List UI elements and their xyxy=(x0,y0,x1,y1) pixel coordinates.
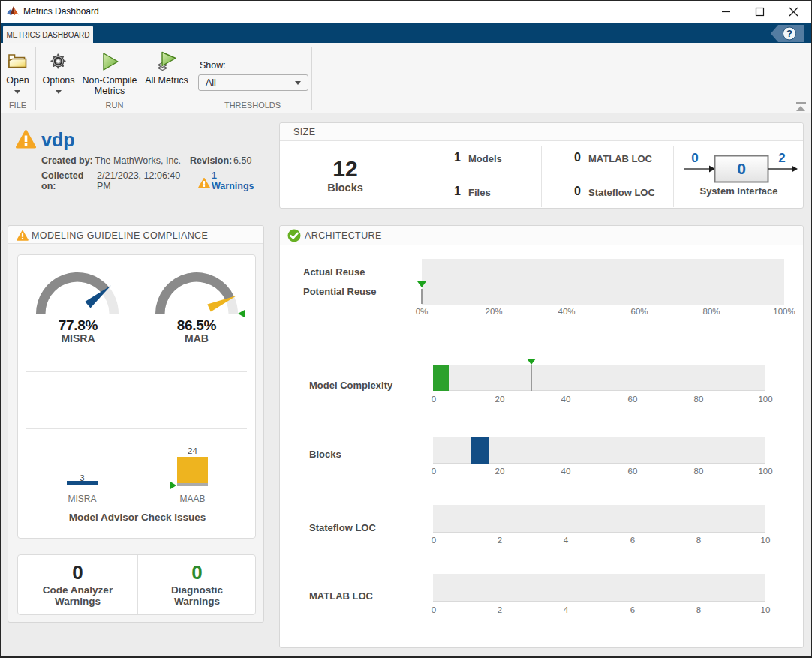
svg-text:0: 0 xyxy=(737,160,746,177)
svg-text:?: ? xyxy=(786,28,792,39)
svg-text:2: 2 xyxy=(778,151,785,165)
svg-text:0: 0 xyxy=(691,151,698,165)
